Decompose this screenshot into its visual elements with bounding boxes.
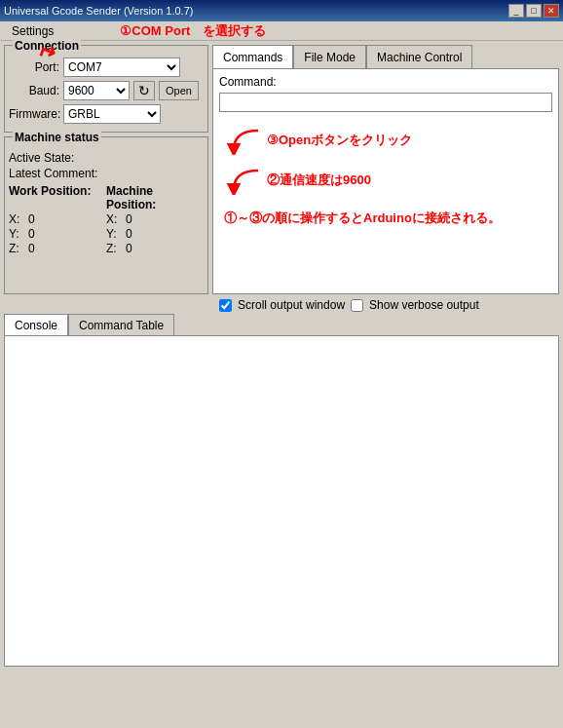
minimize-button[interactable]: _ [508,4,524,18]
firmware-label: Firmware: [9,107,59,121]
positions-header: Work Position: Machine Position: [9,184,204,211]
console-area [4,335,559,667]
tab-commands[interactable]: Commands [212,45,293,68]
latest-comment-label: Latest Comment: [9,167,97,180]
baud-row: Baud: 9600 ↻ Open [9,81,204,100]
menu-bar: Settings ①COM Port を選択する [0,21,563,41]
baud-select[interactable]: 9600 [63,81,130,100]
command-input[interactable] [219,93,552,112]
right-content-box: Command: ③Openボタンをクリック [212,68,559,294]
right-tabs-row: Commands File Mode Machine Control [212,45,559,68]
machine-status-title: Machine status [13,131,101,144]
command-label: Command: [219,75,552,89]
scroll-output-checkbox[interactable] [219,299,232,312]
tab-command-table[interactable]: Command Table [68,314,174,335]
menu-settings[interactable]: Settings [4,22,61,40]
title-bar: Universal Gcode Sender (Version 1.0.7) _… [0,0,563,21]
window-controls[interactable]: _ □ ✕ [508,4,559,18]
x-work-value: 0 [28,212,106,226]
scroll-options-row: Scroll output window Show verbose output [0,294,563,314]
y-machine-value: 0 [126,227,204,241]
connection-group: Connection Port: COM7 ↵ Baud: 9600 [4,45,208,133]
verbose-output-label: Show verbose output [369,298,479,312]
z-axis-label: Z: [9,242,28,255]
refresh-button[interactable]: ↻ [133,81,155,100]
tab-console[interactable]: Console [4,314,68,335]
y-axis-label: Y: [9,227,28,241]
baud-label: Baud: [9,84,59,97]
connect-annotation: ①～③の順に操作するとArduinoに接続される。 [224,210,501,227]
right-panel: Commands File Mode Machine Control Comma… [212,45,559,294]
z-work-value: 0 [28,242,106,255]
verbose-output-checkbox[interactable] [351,299,363,312]
open-button[interactable]: Open [159,81,199,100]
tab-file-mode[interactable]: File Mode [293,45,366,68]
close-button[interactable]: ✕ [544,4,559,18]
tab-machine-control[interactable]: Machine Control [366,45,472,68]
baud-annotation: ②通信速度は9600 [224,166,371,195]
machine-position-header: Machine Position: [106,184,204,211]
active-state-row: Active State: [9,151,204,165]
scroll-output-label: Scroll output window [238,298,345,312]
arrow-baud-icon [224,166,263,195]
port-label: Port: [9,60,59,74]
console-tabs-row: Console Command Table [4,314,559,335]
left-panel: Connection Port: COM7 ↵ Baud: 9600 [4,45,208,294]
annotation-area: ③Openボタンをクリック ②通信速度は9600 [219,112,552,287]
maximize-button[interactable]: □ [526,4,542,18]
port-select[interactable]: COM7 [63,57,180,77]
annotation-com-port: ①COM Port を選択する [120,22,266,40]
x-machine-value: 0 [126,212,204,226]
z-machine-value: 0 [126,242,204,255]
z-machine-axis-label: Z: [106,242,126,255]
y-machine-axis-label: Y: [106,227,126,241]
y-position-row: Y: 0 Y: 0 [9,227,204,241]
latest-comment-row: Latest Comment: [9,167,204,180]
active-state-label: Active State: [9,151,74,165]
arrow-open-icon [224,126,263,155]
baud-annotation-text: ②通信速度は9600 [267,172,371,189]
window-title: Universal Gcode Sender (Version 1.0.7) [4,5,193,17]
x-position-row: X: 0 X: 0 [9,212,204,226]
firmware-row: Firmware: GRBL [9,104,204,124]
work-position-header: Work Position: [9,184,106,211]
x-axis-label: X: [9,212,28,226]
z-position-row: Z: 0 Z: 0 [9,242,204,255]
open-annotation-text: ③Openボタンをクリック [267,132,412,149]
machine-status-group: Machine status Active State: Latest Comm… [4,136,208,294]
open-annotation: ③Openボタンをクリック [224,126,412,155]
firmware-select[interactable]: GRBL [63,104,161,124]
connect-annotation-text: ①～③の順に操作するとArduinoに接続される。 [224,211,501,225]
y-work-value: 0 [28,227,106,241]
x-machine-axis-label: X: [106,212,126,226]
window-title-area: Universal Gcode Sender (Version 1.0.7) [4,5,193,17]
